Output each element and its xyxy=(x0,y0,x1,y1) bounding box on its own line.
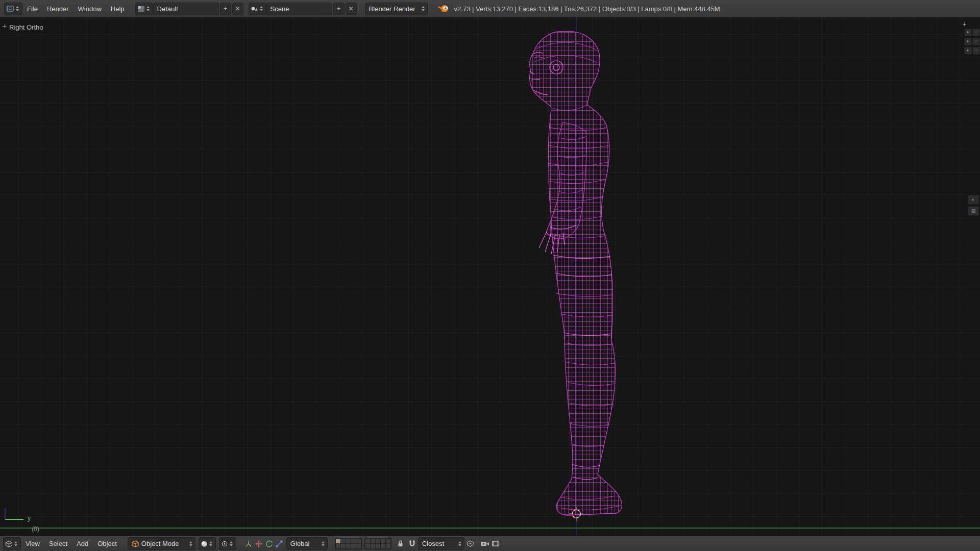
translate-manipulator-icon[interactable] xyxy=(255,540,263,548)
shading-sphere-icon xyxy=(201,540,208,547)
viewport-edge-icon-stack: ▸ ▫ ▸ ▫ ▸ ▫ xyxy=(964,29,979,55)
edge-icon-button[interactable]: ▸ xyxy=(964,47,972,55)
scene-icon-button[interactable] xyxy=(249,3,266,15)
object-mode-cube-icon xyxy=(132,540,139,547)
viewport-shading-selector[interactable] xyxy=(199,537,216,550)
wireframe-human-mesh xyxy=(530,31,622,515)
edge-icon-button[interactable]: ▫ xyxy=(972,38,980,45)
layer-toggle[interactable] xyxy=(371,539,375,543)
menu-add[interactable]: Add xyxy=(72,536,93,551)
layer-block-left xyxy=(335,538,362,549)
snap-mode-selector[interactable]: Closest xyxy=(418,537,464,550)
screen-layout-add-button[interactable]: + xyxy=(220,3,231,15)
scene-name-field[interactable]: Scene xyxy=(266,3,332,15)
layers-widget xyxy=(335,538,391,549)
frame-indicator-label: (0) xyxy=(32,525,39,533)
menu-file[interactable]: File xyxy=(22,0,42,17)
layer-toggle[interactable] xyxy=(341,544,346,548)
layer-toggle[interactable] xyxy=(346,539,351,543)
layer-toggle[interactable] xyxy=(341,539,346,543)
mini-axis-gizmo xyxy=(5,508,23,519)
dropdown-arrows-icon xyxy=(458,541,461,546)
scene-delete-button[interactable]: ✕ xyxy=(346,3,357,15)
layer-toggle[interactable] xyxy=(336,539,340,543)
menu-help[interactable]: Help xyxy=(106,0,129,17)
scene-statistics: v2.73 | Verts:13,270 | Faces:13,186 | Tr… xyxy=(454,5,720,13)
dropdown-arrows-icon xyxy=(146,6,150,11)
menu-view[interactable]: View xyxy=(21,536,44,551)
menu-render[interactable]: Render xyxy=(42,0,74,17)
editor-type-selector-info[interactable] xyxy=(4,3,22,15)
menu-object[interactable]: Object xyxy=(93,536,121,551)
screen-layout-delete-button[interactable]: ✕ xyxy=(232,3,243,15)
info-editor-icon xyxy=(6,5,14,12)
viewport-canvas xyxy=(0,17,980,536)
render-engine-name: Blender Render xyxy=(369,5,420,13)
layer-block-right xyxy=(364,538,391,549)
screen-layout-name-field[interactable]: Default xyxy=(153,3,219,15)
layer-toggle[interactable] xyxy=(351,544,356,548)
viewport-3d[interactable]: Right Ortho + + ▸ ▫ ▸ ▫ ▸ ▫ ◐ ▤ y (0) xyxy=(0,17,980,536)
gizmo-y-axis-label: y xyxy=(28,515,31,522)
manipulator-toggles xyxy=(244,540,283,548)
screen-layout-icon-button[interactable] xyxy=(135,3,153,15)
layer-toggle[interactable] xyxy=(336,544,340,548)
toolshelf-expand-icon[interactable]: + xyxy=(3,21,7,30)
menu-window[interactable]: Window xyxy=(74,0,106,17)
orientation-name: Global xyxy=(290,540,320,547)
viewport-side-tabs: ◐ ▤ xyxy=(968,195,979,216)
scene-name: Scene xyxy=(271,5,331,13)
view-name-label: Right Ortho xyxy=(9,23,43,31)
menu-select[interactable]: Select xyxy=(44,536,72,551)
layer-toggle[interactable] xyxy=(376,539,380,543)
dropdown-arrows-icon xyxy=(230,541,233,546)
edge-icon-button[interactable]: ▸ xyxy=(964,29,972,36)
layer-toggle[interactable] xyxy=(386,539,390,543)
edge-icon-button[interactable]: ▫ xyxy=(972,29,980,36)
scene-add-button[interactable]: + xyxy=(333,3,345,15)
edge-icon-button[interactable]: ▸ xyxy=(964,38,972,45)
transform-orientation-selector[interactable]: Global xyxy=(286,537,328,550)
opengl-render-still-icon[interactable] xyxy=(480,540,489,547)
dropdown-arrows-icon xyxy=(16,6,19,11)
screen-layout-name: Default xyxy=(157,5,217,13)
side-tab-button[interactable]: ▤ xyxy=(968,206,979,216)
scene-icon xyxy=(251,6,258,12)
layer-toggle[interactable] xyxy=(365,544,370,548)
pivot-point-selector[interactable] xyxy=(219,537,236,550)
layer-toggle[interactable] xyxy=(356,539,361,543)
dropdown-arrows-icon xyxy=(209,541,212,546)
layer-toggle[interactable] xyxy=(351,539,356,543)
side-tab-button[interactable]: ◐ xyxy=(968,195,979,205)
layer-toggle[interactable] xyxy=(386,544,390,548)
layer-toggle[interactable] xyxy=(356,544,361,548)
editor-type-selector-3dview[interactable] xyxy=(3,537,21,550)
edge-icon-button[interactable]: ▫ xyxy=(972,47,980,55)
scale-manipulator-icon[interactable] xyxy=(275,540,283,548)
pivot-icon xyxy=(221,540,228,547)
dropdown-arrows-icon xyxy=(422,6,425,11)
layer-toggle[interactable] xyxy=(381,544,385,548)
view3d-editor-icon xyxy=(5,540,13,547)
layer-toggle[interactable] xyxy=(376,544,380,548)
render-engine-selector[interactable]: Blender Render xyxy=(365,3,428,15)
layer-toggle[interactable] xyxy=(381,539,385,543)
rotate-manipulator-icon[interactable] xyxy=(265,540,273,548)
dropdown-arrows-icon xyxy=(14,541,17,546)
manipulator-axis-icon[interactable] xyxy=(244,540,253,548)
snap-magnet-icon[interactable] xyxy=(408,540,416,547)
layer-toggle[interactable] xyxy=(365,539,370,543)
opengl-render-anim-icon[interactable] xyxy=(492,540,500,547)
layer-toggle[interactable] xyxy=(371,544,375,548)
mode-selector[interactable]: Object Mode xyxy=(128,537,195,550)
scene-lock-icon[interactable] xyxy=(397,540,404,547)
mode-name: Object Mode xyxy=(141,540,188,547)
dropdown-arrows-icon xyxy=(322,541,325,546)
snap-target-icon[interactable] xyxy=(467,540,474,547)
screen-layout-icon xyxy=(137,6,145,12)
layer-toggle[interactable] xyxy=(346,544,351,548)
properties-shelf-expand-icon[interactable]: + xyxy=(962,19,967,28)
snap-mode-name: Closest xyxy=(422,540,457,547)
viewport-header: View Select Add Object Object Mode xyxy=(0,536,980,551)
info-header: File Render Window Help Default + ✕ xyxy=(0,0,980,18)
